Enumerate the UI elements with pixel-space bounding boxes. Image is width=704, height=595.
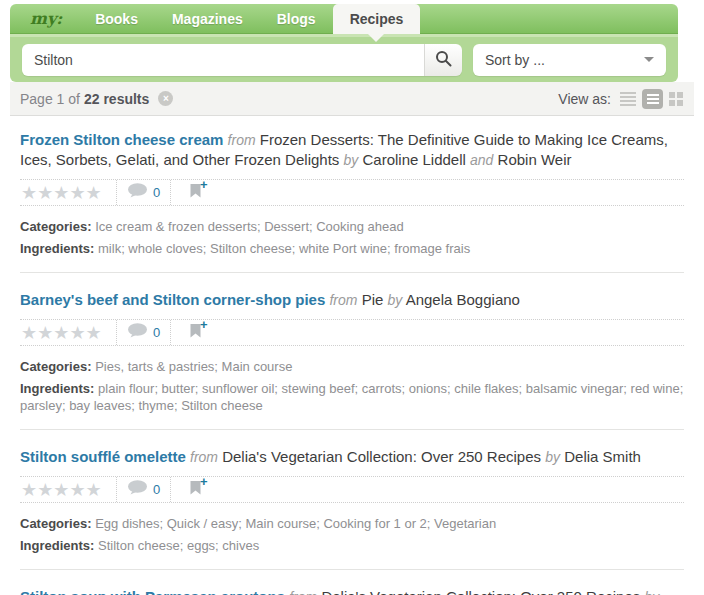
star-rating[interactable]: ★★★★★ <box>20 477 117 502</box>
comments-button[interactable]: 0 <box>117 477 171 502</box>
ingredients-values: milk; whole cloves; Stilton cheese; whit… <box>98 241 470 256</box>
comment-count: 0 <box>153 325 160 340</box>
recipe-source: Pie <box>362 291 384 308</box>
sort-dropdown[interactable]: Sort by ... <box>473 44 666 76</box>
categories-values: Egg dishes; Quick / easy; Main course; C… <box>95 516 496 531</box>
recipe-author: Delia Smith <box>564 448 641 465</box>
recipe-title-link[interactable]: Barney's beef and Stilton corner-shop pi… <box>20 291 325 308</box>
bookmark-plus-icon: + <box>190 184 201 202</box>
recipe-separator <box>20 429 684 430</box>
recipe-result: Stilton soup with Parmesan croutons from… <box>20 587 684 595</box>
ingredients-line: Ingredients: plain flour; butter; sunflo… <box>20 380 684 414</box>
view-grid-icon[interactable] <box>669 92 684 106</box>
page-indicator: Page 1 of <box>20 91 80 107</box>
recipe-result: Stilton soufflé omelette from Delia's Ve… <box>20 447 684 554</box>
ingredients-values: Stilton cheese; eggs; chives <box>98 538 259 553</box>
recipe-result: Frozen Stilton cheese cream from Frozen … <box>20 130 684 257</box>
clear-search-icon[interactable]: × <box>158 91 173 106</box>
bookmark-add-button[interactable]: + <box>171 477 219 502</box>
comment-bubble-icon <box>127 323 148 342</box>
star-icon[interactable]: ★ <box>37 324 53 342</box>
categories-values: Ice cream & frozen desserts; Dessert; Co… <box>95 219 404 234</box>
star-icon[interactable]: ★ <box>86 324 102 342</box>
recipe-separator <box>20 272 684 273</box>
recipe-title-line: Barney's beef and Stilton corner-shop pi… <box>20 290 684 310</box>
comments-button[interactable]: 0 <box>117 180 171 205</box>
ingredients-label: Ingredients: <box>20 381 94 396</box>
star-icon[interactable]: ★ <box>69 184 85 202</box>
results-bar: Page 1 of 22 results × View as: <box>10 82 694 116</box>
categories-values: Pies, tarts & pastries; Main course <box>95 359 292 374</box>
view-detail-icon[interactable] <box>642 89 663 109</box>
search-input[interactable] <box>22 44 424 76</box>
view-list-icon[interactable] <box>620 92 636 106</box>
from-label: from <box>289 589 317 595</box>
star-icon[interactable]: ★ <box>69 324 85 342</box>
recipe-source: Delia's Vegetarian Collection: Over 250 … <box>222 448 541 465</box>
recipe-author2: Robin Weir <box>498 151 572 168</box>
view-as-controls: View as: <box>558 89 684 109</box>
recipe-result: Barney's beef and Stilton corner-shop pi… <box>20 290 684 414</box>
bookmark-add-button[interactable]: + <box>171 320 219 345</box>
recipe-title-line: Stilton soup with Parmesan croutons from… <box>20 587 684 595</box>
star-icon[interactable]: ★ <box>37 184 53 202</box>
from-label: from <box>329 292 357 308</box>
star-icon[interactable]: ★ <box>69 481 85 499</box>
star-icon[interactable]: ★ <box>21 324 37 342</box>
categories-line: Categories: Egg dishes; Quick / easy; Ma… <box>20 515 684 532</box>
star-icon[interactable]: ★ <box>21 184 37 202</box>
ingredients-label: Ingredients: <box>20 538 94 553</box>
categories-line: Categories: Ice cream & frozen desserts;… <box>20 218 684 235</box>
ingredients-values: plain flour; butter; sunflower oil; stew… <box>20 381 683 413</box>
recipe-results-list: Frozen Stilton cheese cream from Frozen … <box>10 116 694 595</box>
recipe-author: Caroline Liddell <box>362 151 465 168</box>
recipe-title-line: Stilton soufflé omelette from Delia's Ve… <box>20 447 684 467</box>
ingredients-label: Ingredients: <box>20 241 94 256</box>
ingredients-line: Ingredients: Stilton cheese; eggs; chive… <box>20 537 684 554</box>
star-icon[interactable]: ★ <box>53 184 69 202</box>
recipe-title-link[interactable]: Stilton soup with Parmesan croutons <box>20 588 285 595</box>
bookmark-add-button[interactable]: + <box>171 180 219 205</box>
categories-line: Categories: Pies, tarts & pastries; Main… <box>20 358 684 375</box>
search-button[interactable] <box>424 44 462 76</box>
chevron-down-icon <box>644 57 654 62</box>
rating-row: ★★★★★ 0 + <box>20 476 684 503</box>
star-icon[interactable]: ★ <box>53 481 69 499</box>
recipe-title-link[interactable]: Frozen Stilton cheese cream <box>20 131 223 148</box>
tab-recipes[interactable]: Recipes <box>333 4 421 34</box>
search-box <box>22 44 462 76</box>
star-icon[interactable]: ★ <box>86 481 102 499</box>
tab-books[interactable]: Books <box>78 4 155 34</box>
tab-magazines[interactable]: Magazines <box>155 4 260 34</box>
tab-blogs[interactable]: Blogs <box>260 4 333 34</box>
by-label: by <box>545 449 560 465</box>
comments-button[interactable]: 0 <box>117 320 171 345</box>
comment-bubble-icon <box>127 480 148 499</box>
and-label: and <box>470 152 493 168</box>
rating-row: ★★★★★ 0 + <box>20 319 684 346</box>
from-label: from <box>228 132 256 148</box>
view-as-label: View as: <box>558 91 611 107</box>
search-band: Sort by ... <box>10 34 678 82</box>
ingredients-line: Ingredients: milk; whole cloves; Stilton… <box>20 240 684 257</box>
categories-label: Categories: <box>20 359 92 374</box>
site-logo: my: <box>30 9 62 28</box>
from-label: from <box>190 449 218 465</box>
star-rating[interactable]: ★★★★★ <box>20 320 117 345</box>
rating-row: ★★★★★ 0 + <box>20 179 684 206</box>
star-icon[interactable]: ★ <box>37 481 53 499</box>
comment-count: 0 <box>153 482 160 497</box>
sort-label: Sort by ... <box>485 52 545 68</box>
recipe-title-link[interactable]: Stilton soufflé omelette <box>20 448 186 465</box>
star-rating[interactable]: ★★★★★ <box>20 180 117 205</box>
header-tab-bar: my: Books Magazines Blogs Recipes <box>10 4 678 34</box>
bookmark-plus-icon: + <box>190 481 201 499</box>
categories-label: Categories: <box>20 219 92 234</box>
recipe-author: Angela Boggiano <box>406 291 520 308</box>
star-icon[interactable]: ★ <box>86 184 102 202</box>
star-icon[interactable]: ★ <box>21 481 37 499</box>
by-label: by <box>388 292 403 308</box>
recipe-source: Delia's Vegetarian Collection: Over 250 … <box>321 588 640 595</box>
comment-bubble-icon <box>127 183 148 202</box>
star-icon[interactable]: ★ <box>53 324 69 342</box>
